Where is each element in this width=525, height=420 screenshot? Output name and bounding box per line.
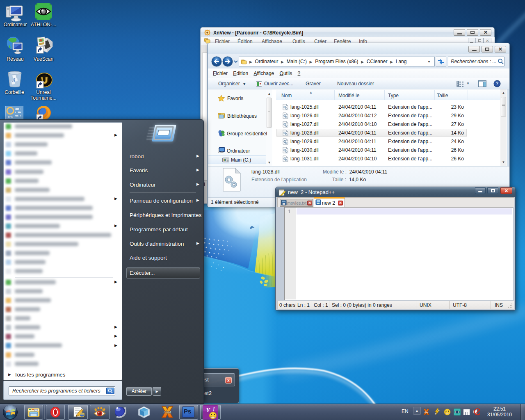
svg-text:BPS: BPS <box>8 116 13 118</box>
svg-text:?: ? <box>495 81 498 87</box>
svg-text:!: ! <box>212 406 215 413</box>
svg-text:3: 3 <box>12 77 15 83</box>
svg-text:chat: chat <box>164 410 171 414</box>
svg-text:chat: chat <box>425 411 429 413</box>
